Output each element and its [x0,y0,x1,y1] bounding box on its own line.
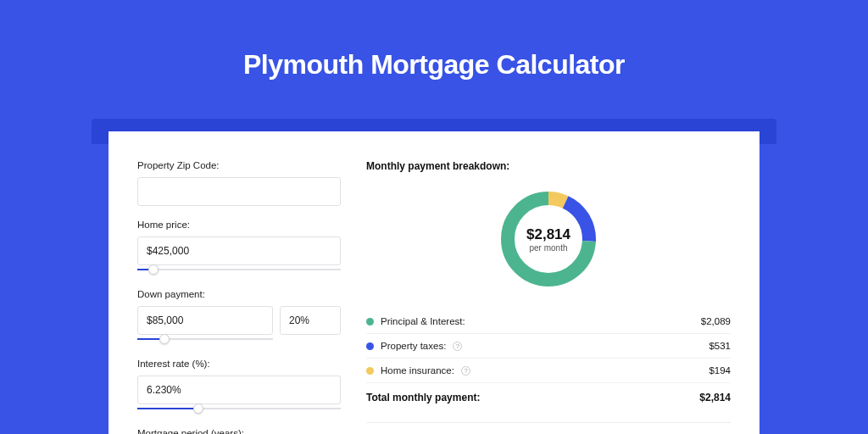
breakdown-legend: Principal & Interest:$2,089Property taxe… [366,309,731,383]
down-payment-label: Down payment: [137,289,341,299]
amortization-section: Amortization for mortgage loan Amortizat… [366,422,731,434]
down-payment-pct-input[interactable] [280,306,341,335]
home-price-input[interactable] [137,236,341,265]
slider-thumb[interactable] [148,264,159,275]
home-price-slider[interactable] [137,264,341,275]
legend-row: Home insurance:?$194 [366,359,731,383]
legend-row: Principal & Interest:$2,089 [366,309,731,334]
legend-row: Property taxes:?$531 [366,334,731,359]
total-label: Total monthly payment: [366,392,480,403]
legend-value: $531 [709,341,731,351]
legend-dot-icon [366,318,374,326]
legend-dot-icon [366,342,374,350]
breakdown-title: Monthly payment breakdown: [366,160,731,172]
slider-thumb[interactable] [193,403,203,414]
payment-donut-chart: $2,814 per month [497,187,600,291]
interest-rate-slider[interactable] [137,403,341,415]
slider-thumb[interactable] [159,334,170,344]
page-title: Plymouth Mortgage Calculator [0,0,868,106]
legend-label: Home insurance: [381,365,454,376]
donut-total: $2,814 [526,226,570,243]
legend-label: Principal & Interest: [381,316,465,326]
inputs-panel: Property Zip Code: Home price: Down paym… [137,157,341,434]
home-price-label: Home price: [137,220,341,230]
donut-sublabel: per month [529,243,567,253]
legend-value: $194 [709,365,731,376]
mortgage-period-label: Mortgage period (years): [137,428,341,434]
zip-label: Property Zip Code: [137,160,341,170]
zip-input[interactable] [137,177,341,206]
legend-value: $2,089 [701,316,731,326]
total-row: Total monthly payment: $2,814 [366,383,731,415]
help-icon[interactable]: ? [453,342,462,351]
total-value: $2,814 [699,392,731,403]
legend-dot-icon [366,367,374,375]
interest-rate-label: Interest rate (%): [137,359,341,369]
down-payment-slider[interactable] [137,333,273,345]
breakdown-panel: Monthly payment breakdown: $2,814 per mo… [366,157,731,434]
help-icon[interactable]: ? [461,366,470,376]
calculator-card: Property Zip Code: Home price: Down paym… [108,131,760,434]
legend-label: Property taxes: [381,341,446,351]
interest-rate-input[interactable] [137,376,341,404]
down-payment-input[interactable] [137,306,273,335]
